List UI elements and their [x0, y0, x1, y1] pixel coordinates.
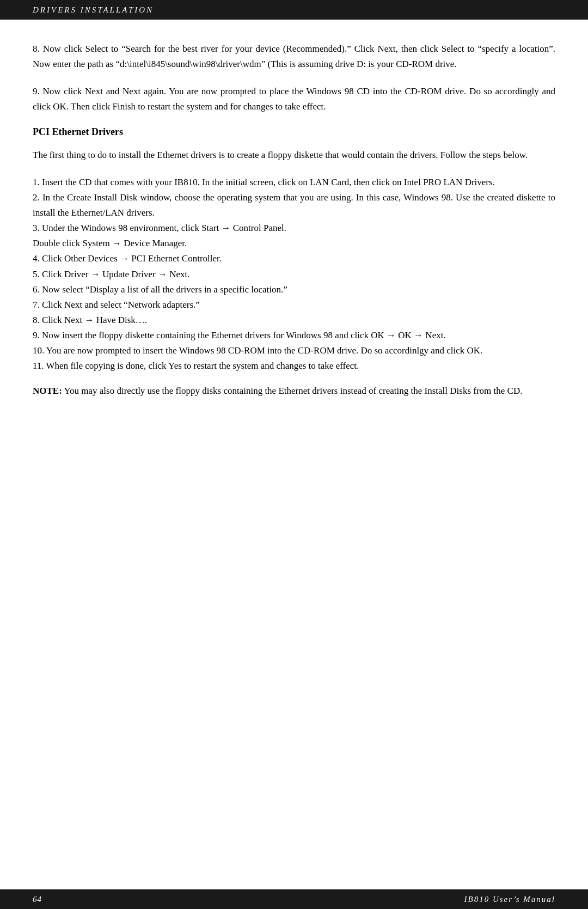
paragraph-2: 9. Now click Next and Next again. You ar…	[33, 84, 555, 114]
header-title: DRIVERS INSTALLATION	[33, 5, 154, 15]
section-heading-pci: PCI Ethernet Drivers	[33, 126, 555, 138]
step-2: 2. In the Create Install Disk window, ch…	[33, 190, 555, 221]
step-11: 11. When file copying is done, click Yes…	[33, 358, 555, 374]
paragraph-1: 8. Now click Select to “Search for the b…	[33, 41, 555, 72]
step-3b: Double click System → Device Manager.	[33, 236, 555, 251]
step-9: 9. Now insert the floppy diskette contai…	[33, 328, 555, 343]
page: DRIVERS INSTALLATION 8. Now click Select…	[0, 0, 588, 909]
step-1: 1. Insert the CD that comes with your IB…	[33, 175, 555, 190]
footer-manual-title: IB810 User’s Manual	[464, 895, 555, 904]
intro-paragraph: The first thing to do to install the Eth…	[33, 148, 555, 163]
step-8: 8. Click Next → Have Disk….	[33, 313, 555, 328]
footer-page-number: 64	[33, 895, 42, 904]
step-10: 10. You are now prompted to insert the W…	[33, 343, 555, 358]
note-paragraph: NOTE: You may also directly use the flop…	[33, 383, 555, 399]
footer-bar: 64 IB810 User’s Manual	[0, 889, 588, 909]
note-label: NOTE:	[33, 386, 62, 396]
step-6: 6. Now select “Display a list of all the…	[33, 282, 555, 297]
header-bar: DRIVERS INSTALLATION	[0, 0, 588, 20]
steps-list: 1. Insert the CD that comes with your IB…	[33, 175, 555, 374]
note-text: You may also directly use the floppy dis…	[62, 386, 523, 396]
content-area: 8. Now click Select to “Search for the b…	[0, 20, 588, 465]
step-4: 4. Click Other Devices → PCI Ethernet Co…	[33, 251, 555, 266]
step-3: 3. Under the Windows 98 environment, cli…	[33, 221, 555, 236]
step-5: 5. Click Driver → Update Driver → Next.	[33, 267, 555, 282]
step-7: 7. Click Next and select “Network adapte…	[33, 297, 555, 313]
